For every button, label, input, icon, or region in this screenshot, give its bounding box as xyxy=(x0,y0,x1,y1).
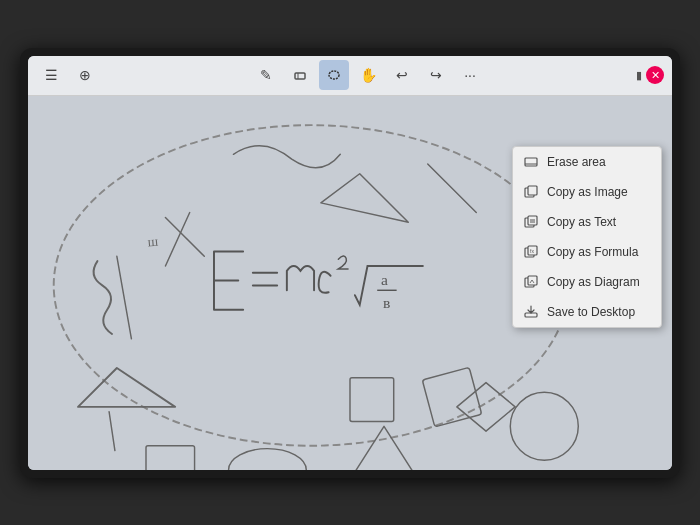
redo-button[interactable]: ↪ xyxy=(421,60,451,90)
svg-text:a: a xyxy=(381,271,388,288)
svg-rect-22 xyxy=(528,186,537,195)
copy-as-formula-label: Copy as Formula xyxy=(547,245,638,259)
copy-as-text-label: Copy as Text xyxy=(547,215,616,229)
erase-area-label: Erase area xyxy=(547,155,606,169)
svg-text:в: в xyxy=(383,293,390,310)
svg-line-17 xyxy=(109,411,115,450)
more-button[interactable]: ··· xyxy=(455,60,485,90)
copy-as-formula-icon: fx xyxy=(523,244,539,260)
svg-point-2 xyxy=(329,71,339,79)
copy-as-formula-item[interactable]: fx Copy as Formula xyxy=(513,237,661,267)
hand-button[interactable]: ✋ xyxy=(353,60,383,90)
copy-as-image-item[interactable]: Copy as Image xyxy=(513,177,661,207)
battery-icon: ▮ xyxy=(636,69,642,82)
svg-rect-19 xyxy=(525,158,537,166)
svg-point-13 xyxy=(510,392,578,460)
screen: ☰ ⊕ ✎ ✋ ↩ ↪ ··· ▮ ✕ xyxy=(28,56,672,470)
svg-text:fx: fx xyxy=(530,248,534,254)
lasso-button[interactable] xyxy=(319,60,349,90)
copy-as-diagram-item[interactable]: Copy as Diagram xyxy=(513,267,661,297)
context-menu: Erase area Copy as Image Copy as Text xyxy=(512,146,662,328)
svg-point-3 xyxy=(54,125,569,446)
save-to-desktop-label: Save to Desktop xyxy=(547,305,635,319)
save-to-desktop-item[interactable]: Save to Desktop xyxy=(513,297,661,327)
toolbar: ☰ ⊕ ✎ ✋ ↩ ↪ ··· ▮ ✕ xyxy=(28,56,672,96)
menu-button[interactable]: ☰ xyxy=(36,60,66,90)
svg-point-12 xyxy=(229,448,307,469)
pen-button[interactable]: ✎ xyxy=(251,60,281,90)
copy-as-image-label: Copy as Image xyxy=(547,185,628,199)
device-frame: ☰ ⊕ ✎ ✋ ↩ ↪ ··· ▮ ✕ xyxy=(20,48,680,478)
copy-as-text-icon xyxy=(523,214,539,230)
save-to-desktop-icon xyxy=(523,304,539,320)
close-button[interactable]: ✕ xyxy=(646,66,664,84)
canvas-area: a в xyxy=(28,96,672,470)
undo-button[interactable]: ↩ xyxy=(387,60,417,90)
copy-as-diagram-icon xyxy=(523,274,539,290)
copy-as-diagram-label: Copy as Diagram xyxy=(547,275,640,289)
erase-area-icon xyxy=(523,154,539,170)
svg-rect-32 xyxy=(525,313,537,317)
copy-as-text-item[interactable]: Copy as Text xyxy=(513,207,661,237)
svg-text:ш: ш xyxy=(147,233,159,249)
svg-rect-9 xyxy=(146,445,195,469)
add-button[interactable]: ⊕ xyxy=(70,60,100,90)
copy-as-image-icon xyxy=(523,184,539,200)
eraser-button[interactable] xyxy=(285,60,315,90)
svg-rect-0 xyxy=(295,73,305,79)
erase-area-item[interactable]: Erase area xyxy=(513,147,661,177)
